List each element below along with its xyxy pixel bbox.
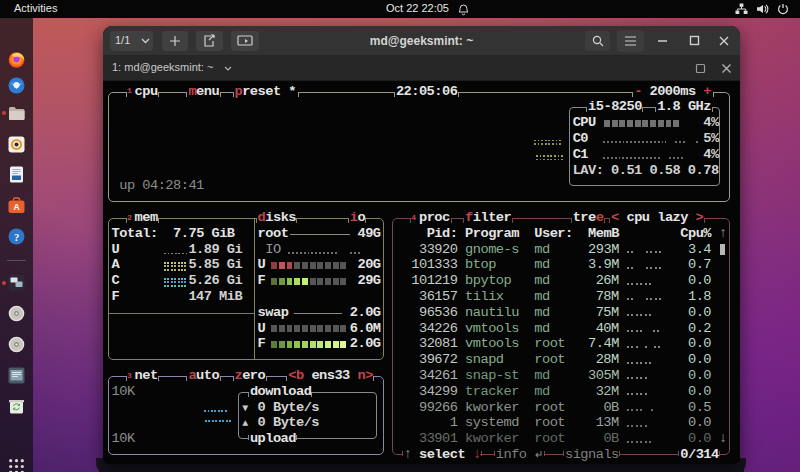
svg-text:?: ? — [14, 232, 19, 243]
svg-text:A: A — [13, 202, 19, 212]
